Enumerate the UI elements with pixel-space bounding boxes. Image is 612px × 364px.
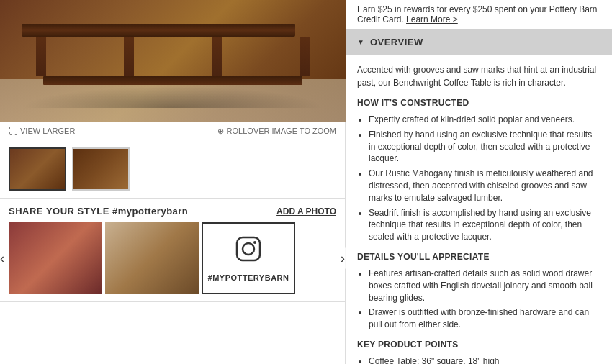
construction-item-2: Finished by hand using an exclusive tech… (369, 129, 600, 165)
overview-title: OVERVIEW (370, 37, 423, 47)
details-subtitle: DETAILS YOU'LL APPRECIATE (357, 250, 600, 263)
prev-arrow[interactable]: ‹ (0, 248, 6, 269)
details-item-1: Features artisan-crafted details such as… (369, 268, 600, 304)
share-title: SHARE YOUR STYLE #mypotterybarn (9, 206, 188, 217)
image-controls: ⛶ VIEW LARGER ⊕ ROLLOVER IMAGE TO ZOOM (0, 122, 345, 140)
key-point-1: Coffee Table: 36" square, 18" high (369, 355, 600, 364)
overview-arrow: ▼ (357, 38, 364, 46)
rewards-bar: Earn $25 in rewards for every $250 spent… (346, 0, 612, 29)
thumbnail-2[interactable] (72, 147, 130, 191)
thumbnail-strip (0, 140, 345, 199)
construction-item-3: Our Rustic Mahogany finish is meticulous… (369, 168, 600, 204)
right-panel: Earn $25 in rewards for every $250 spent… (346, 0, 612, 364)
key-points-subtitle: KEY PRODUCT POINTS (357, 338, 600, 351)
construction-subtitle: HOW IT'S CONSTRUCTED (357, 96, 600, 109)
construction-item-1: Expertly crafted of kiln-dried solid pop… (369, 114, 600, 126)
expand-icon: ⛶ (9, 126, 17, 136)
overview-content: Accented with grooves and saw marks that… (346, 55, 612, 364)
left-panel: ⛶ VIEW LARGER ⊕ ROLLOVER IMAGE TO ZOOM S… (0, 0, 346, 364)
instagram-label: #MYPOTTERYBARN (208, 273, 289, 282)
key-points-list: Coffee Table: 36" square, 18" high Adjus… (357, 355, 600, 364)
zoom-icon: ⊕ (217, 127, 224, 136)
svg-point-1 (243, 243, 254, 255)
rollover-zoom-label: ROLLOVER IMAGE TO ZOOM (227, 127, 336, 135)
construction-list: Expertly crafted of kiln-dried solid pop… (357, 114, 600, 243)
svg-point-2 (253, 241, 256, 244)
next-arrow[interactable]: › (339, 248, 346, 269)
overview-intro: Accented with grooves and saw marks that… (357, 63, 600, 89)
view-larger-button[interactable]: ⛶ VIEW LARGER (9, 126, 75, 136)
instagram-icon (234, 235, 263, 269)
construction-item-4: Seadrift finish is accomplished by hand … (369, 207, 600, 243)
share-section: SHARE YOUR STYLE #mypotterybarn ADD A PH… (0, 199, 345, 302)
overview-header[interactable]: ▼ OVERVIEW (346, 29, 612, 55)
main-product-image (0, 0, 346, 122)
details-item-2: Drawer is outfitted with bronze-finished… (369, 306, 600, 331)
photo-grid: ‹ #MYPOTTERYBARN (9, 222, 336, 294)
user-photo-1 (9, 222, 102, 294)
view-larger-label: VIEW LARGER (20, 127, 75, 135)
rewards-text: Earn $25 in rewards for every $250 spent… (357, 4, 598, 24)
user-photo-2 (105, 222, 199, 294)
rewards-link[interactable]: Learn More > (406, 14, 458, 24)
svg-rect-0 (237, 237, 260, 260)
add-photo-link[interactable]: ADD A PHOTO (276, 206, 336, 217)
instagram-cta[interactable]: #MYPOTTERYBARN (202, 222, 295, 294)
rollover-zoom-button: ⊕ ROLLOVER IMAGE TO ZOOM (217, 127, 336, 136)
overview-accordion: ▼ OVERVIEW Accented with grooves and saw… (346, 29, 612, 364)
thumbnail-1[interactable] (9, 147, 66, 191)
details-list: Features artisan-crafted details such as… (357, 268, 600, 331)
